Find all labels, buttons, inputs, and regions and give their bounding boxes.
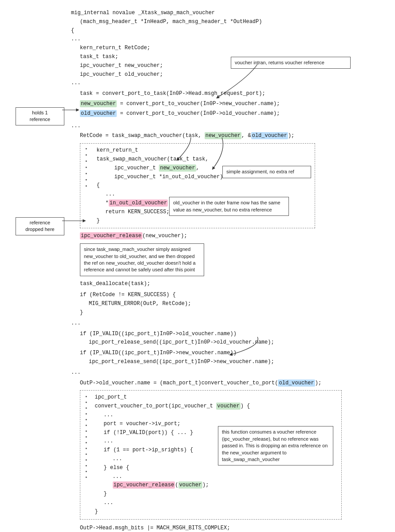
- ipc-port-release-1: ipc_port_release_send((ipc_port_t)In0P->…: [89, 338, 386, 347]
- old-voucher-outp-hl: old_voucher: [278, 379, 315, 387]
- task-swap-dashed-box: • • • • • • • kern_return_t task_swap_ma…: [80, 143, 315, 228]
- code-line-3: {: [71, 27, 386, 35]
- cvtp-signature: convert_voucher_to_port(ipc_voucher_t vo…: [95, 402, 250, 411]
- inner-brace-close: }: [97, 217, 223, 226]
- cvtp-ellipsis-5: ...: [104, 499, 250, 508]
- cvtp-brace-close-2: }: [95, 508, 250, 516]
- ipc-voucher-release-line: ipc_voucher_release(new_voucher);: [80, 232, 386, 241]
- code-line-2: (mach_msg_header_t *InHeadP, mach_msg_he…: [80, 18, 386, 27]
- ipc-release-hl: ipc_voucher_release: [80, 232, 142, 239]
- outp-msgh-bits: OutP->Head.msgh_bits |= MACH_MSGH_BITS_C…: [80, 524, 386, 532]
- bullet-2: •: [85, 153, 88, 158]
- old-voucher-retcode: old_voucher: [251, 132, 288, 139]
- inner-in-out-hl: in_out_old_voucher: [109, 200, 168, 207]
- new-voucher-retcode: new_voucher: [205, 132, 241, 139]
- cvtp-ellipsis-4: ...: [113, 473, 250, 481]
- mig-return-error-line: MIG_RETURN_ERROR(OutP, RetCode);: [89, 300, 386, 309]
- inner-new-voucher-param: ipc_voucher_t new_voucher,: [115, 164, 223, 173]
- bullet-4: •: [85, 165, 88, 170]
- since-note-annotation: since task_swap_mach_voucher simply assi…: [80, 243, 204, 276]
- bullet-1: •: [85, 146, 88, 152]
- cvtp-voucher-hl: voucher: [216, 403, 240, 410]
- cvtp-brace-close-1: }: [104, 490, 250, 499]
- if-retcode-line: if (RetCode != KERN_SUCCESS) {: [80, 291, 386, 300]
- code-ellipsis-1: ...: [71, 122, 386, 131]
- ellipsis-2: ...: [71, 319, 386, 328]
- if-ip-valid-2: if (IP_VALID((ipc_port_t)In0P->new_vouch…: [80, 349, 386, 358]
- ellipsis-3: ...: [71, 368, 386, 377]
- code-line-1: mig_internal novalue _Xtask_swap_mach_vo…: [71, 9, 386, 18]
- old-voucher-note-annotation: old_voucher in the outer frame now has t…: [169, 197, 289, 216]
- code-line-8: ipc_voucher_t old_voucher;: [80, 70, 386, 79]
- inner-kern-return: kern_return_t: [97, 146, 223, 155]
- voucher-intran-annotation: voucher intran, returns voucher referenc…: [231, 57, 351, 69]
- bullet-7: •: [85, 184, 88, 189]
- task-assign-line: task = convert_port_to_task(In0P->Head.m…: [80, 90, 386, 98]
- old-voucher-assign: old_voucher = convert_port_to_voucher(In…: [80, 110, 386, 118]
- cvtp-release-hl: ipc_voucher_release: [113, 481, 175, 489]
- holds-reference-label: holds 1reference: [16, 107, 64, 125]
- bullet-5: •: [85, 171, 88, 176]
- consumes-note-annotation: this function consumes a voucher referen…: [218, 426, 333, 466]
- retcode-line: RetCode = task_swap_mach_voucher(task, n…: [80, 132, 386, 141]
- code-line-5: kern_return_t RetCode;: [80, 44, 386, 53]
- reference-dropped-label: referencedropped here: [16, 217, 64, 235]
- bullet-3: •: [85, 159, 88, 164]
- ipc-port-release-2: ipc_port_release_send((ipc_port_t)In0P->…: [89, 358, 386, 367]
- old-voucher-highlight: old_voucher: [80, 110, 117, 117]
- outp-old-voucher-line: OutP->old_voucher.name = (mach_port_t)co…: [80, 379, 386, 388]
- code-line-9: ...: [71, 79, 386, 88]
- code-line-4: ...: [71, 35, 386, 44]
- cvtp-ellipsis-1: ...: [104, 411, 250, 420]
- new-voucher-highlight: new_voucher: [80, 100, 117, 107]
- code-section-top: mig_internal novalue _Xtask_swap_mach_vo…: [71, 9, 386, 88]
- new-voucher-assign: new_voucher = convert_port_to_voucher(In…: [80, 100, 386, 109]
- convert-voucher-dashed-box: ••••• ••••• ••••• ipc_port_t convert_vou…: [80, 390, 342, 519]
- inner-task-swap: task_swap_mach_voucher(task_t task,: [97, 155, 223, 164]
- cvtp-ipc-port-t: ipc_port_t: [95, 393, 250, 402]
- inner-old-voucher-param: ipc_voucher_t *in_out_old_voucher): [115, 173, 223, 182]
- if-brace-close: }: [80, 309, 386, 317]
- simple-assignment-annotation: simple assignment, no extra ref: [222, 166, 311, 178]
- inner-brace-open: {: [97, 181, 223, 190]
- inner-new-voucher-hl: new_voucher: [159, 164, 196, 172]
- task-deallocate-line: task_deallocate(task);: [80, 280, 386, 289]
- cvtp-voucher-arg-hl: voucher: [178, 481, 202, 489]
- cvtp-ipc-release: ipc_voucher_release(voucher);: [113, 481, 250, 490]
- if-ip-valid-1: if (IP_VALID((ipc_port_t)In0P->old_vouch…: [80, 330, 386, 339]
- bullet-6: •: [85, 177, 88, 183]
